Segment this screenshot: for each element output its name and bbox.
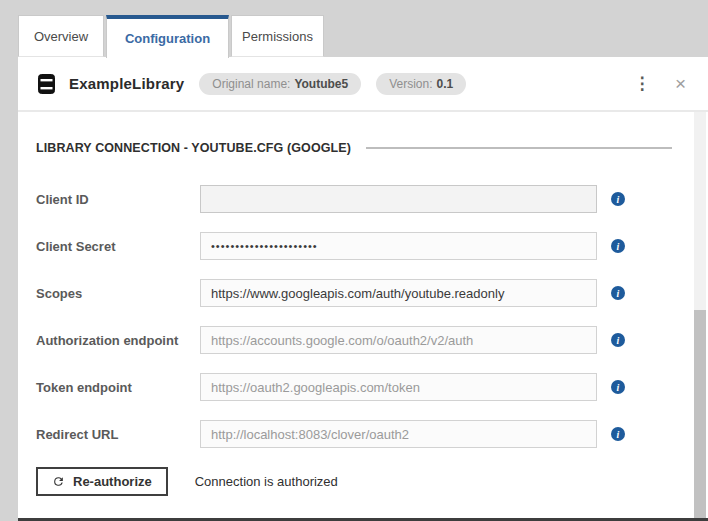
- version-badge-label: Version:: [389, 77, 432, 91]
- field-row-authorization-endpoint: Authorization endpoint i: [36, 326, 708, 354]
- tab-permissions-label: Permissions: [242, 29, 313, 44]
- footer-row: Re-authorize Connection is authorized: [36, 467, 708, 496]
- scrollbar-thumb[interactable]: [694, 310, 706, 518]
- section-divider: [366, 147, 672, 149]
- original-name-badge-label: Original name:: [212, 77, 290, 91]
- section-heading: LIBRARY CONNECTION - YOUTUBE.CFG (GOOGLE…: [36, 140, 708, 155]
- tab-bar: Overview Configuration Permissions: [18, 15, 324, 58]
- field-row-token-endpoint: Token endpoint i: [36, 373, 708, 401]
- token-endpoint-input[interactable]: [200, 373, 597, 401]
- refresh-icon: [52, 475, 65, 488]
- kebab-menu-icon[interactable]: ⋮: [631, 75, 653, 92]
- vertical-scrollbar[interactable]: [694, 112, 706, 518]
- original-name-badge-value: Youtube5: [294, 77, 348, 91]
- library-book-icon: [38, 74, 55, 94]
- field-row-client-id: Client ID i: [36, 185, 708, 213]
- redirect-url-label: Redirect URL: [36, 427, 200, 442]
- reauthorize-button[interactable]: Re-authorize: [36, 467, 168, 496]
- connection-form: Client ID i Client Secret i Scopes i Aut…: [36, 185, 708, 448]
- panel-body: LIBRARY CONNECTION - YOUTUBE.CFG (GOOGLE…: [18, 112, 708, 496]
- close-icon[interactable]: ×: [675, 74, 686, 93]
- info-icon[interactable]: i: [611, 380, 625, 394]
- client-secret-label: Client Secret: [36, 239, 200, 254]
- tab-overview-label: Overview: [34, 29, 88, 44]
- token-endpoint-label: Token endpoint: [36, 380, 200, 395]
- info-icon[interactable]: i: [611, 192, 625, 206]
- authorization-endpoint-label: Authorization endpoint: [36, 333, 200, 348]
- version-badge-value: 0.1: [437, 77, 454, 91]
- info-icon[interactable]: i: [611, 427, 625, 441]
- reauthorize-button-label: Re-authorize: [73, 474, 152, 489]
- connection-status-text: Connection is authorized: [195, 474, 338, 489]
- page-title: ExampleLibrary: [69, 75, 184, 92]
- field-row-redirect-url: Redirect URL i: [36, 420, 708, 448]
- info-icon[interactable]: i: [611, 333, 625, 347]
- field-row-client-secret: Client Secret i: [36, 232, 708, 260]
- redirect-url-input[interactable]: [200, 420, 597, 448]
- configuration-panel: ExampleLibrary Original name:Youtube5 Ve…: [18, 57, 708, 518]
- tab-permissions[interactable]: Permissions: [231, 15, 324, 57]
- client-secret-input[interactable]: [200, 232, 597, 260]
- scopes-label: Scopes: [36, 286, 200, 301]
- field-row-scopes: Scopes i: [36, 279, 708, 307]
- info-icon[interactable]: i: [611, 239, 625, 253]
- scopes-input[interactable]: [200, 279, 597, 307]
- version-badge: Version:0.1: [376, 73, 466, 95]
- info-icon[interactable]: i: [611, 286, 625, 300]
- panel-header: ExampleLibrary Original name:Youtube5 Ve…: [18, 57, 708, 112]
- tab-configuration-label: Configuration: [125, 31, 210, 46]
- section-title: LIBRARY CONNECTION - YOUTUBE.CFG (GOOGLE…: [36, 141, 351, 155]
- authorization-endpoint-input[interactable]: [200, 326, 597, 354]
- tab-configuration[interactable]: Configuration: [106, 15, 229, 58]
- client-id-label: Client ID: [36, 192, 200, 207]
- original-name-badge: Original name:Youtube5: [199, 73, 361, 95]
- tab-overview[interactable]: Overview: [18, 15, 104, 57]
- client-id-input[interactable]: [200, 185, 597, 213]
